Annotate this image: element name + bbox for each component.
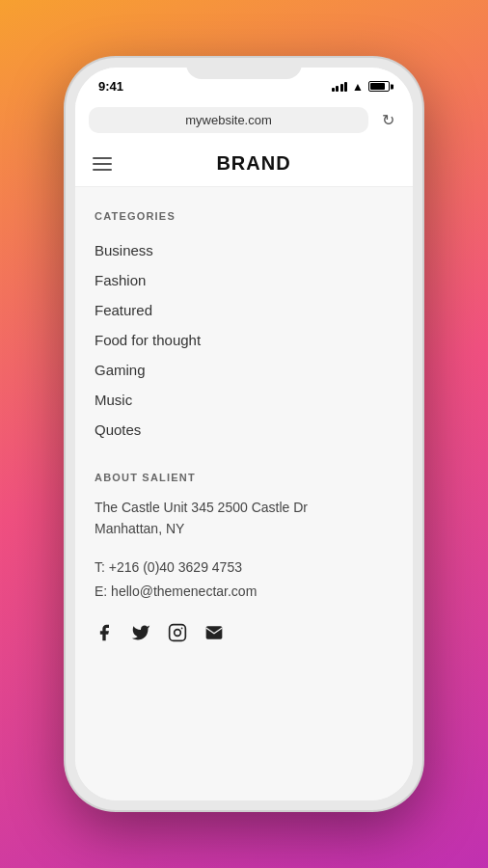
contact-block: T: +216 (0)40 3629 4753 E: hello@themene… bbox=[95, 556, 393, 604]
url-bar[interactable]: mywebsite.com bbox=[89, 107, 368, 133]
address-line1: The Castle Unit 345 2500 Castle Dr bbox=[95, 497, 393, 518]
category-item-featured[interactable]: Featured bbox=[95, 295, 393, 325]
notch bbox=[186, 58, 302, 79]
address-block: The Castle Unit 345 2500 Castle Dr Manha… bbox=[95, 497, 393, 540]
status-icons: ▲ bbox=[332, 80, 390, 94]
category-item-business[interactable]: Business bbox=[95, 235, 393, 265]
signal-bars-icon bbox=[332, 82, 348, 92]
category-item-music[interactable]: Music bbox=[95, 385, 393, 415]
category-item-quotes[interactable]: Quotes bbox=[95, 415, 393, 445]
phone-frame: 9:41 ▲ mywebsite.com ↻ BRAND bbox=[66, 58, 422, 810]
nav-bar: BRAND bbox=[75, 141, 413, 187]
battery-icon bbox=[368, 81, 390, 92]
category-item-fashion[interactable]: Fashion bbox=[95, 265, 393, 295]
phone-screen: 9:41 ▲ mywebsite.com ↻ BRAND bbox=[75, 68, 413, 800]
mail-icon[interactable] bbox=[204, 623, 224, 647]
svg-point-2 bbox=[181, 628, 183, 630]
svg-rect-0 bbox=[170, 625, 186, 641]
facebook-icon[interactable] bbox=[95, 623, 114, 647]
page-content: CATEGORIES Business Fashion Featured Foo… bbox=[75, 187, 413, 800]
browser-bar: mywebsite.com ↻ bbox=[75, 99, 413, 141]
about-section-title: ABOUT SALIENT bbox=[95, 472, 393, 483]
brand-logo: BRAND bbox=[112, 152, 395, 175]
categories-section-title: CATEGORIES bbox=[95, 210, 393, 222]
categories-section: CATEGORIES Business Fashion Featured Foo… bbox=[95, 210, 393, 445]
phone-number: T: +216 (0)40 3629 4753 bbox=[95, 556, 393, 580]
instagram-icon[interactable] bbox=[168, 623, 187, 647]
address-line2: Manhattan, NY bbox=[95, 518, 393, 539]
refresh-button[interactable]: ↻ bbox=[376, 109, 399, 132]
category-item-food[interactable]: Food for thought bbox=[95, 325, 393, 355]
about-section: ABOUT SALIENT The Castle Unit 345 2500 C… bbox=[95, 472, 393, 647]
twitter-icon[interactable] bbox=[131, 623, 150, 647]
hamburger-menu-button[interactable] bbox=[93, 157, 112, 171]
svg-point-1 bbox=[175, 630, 181, 637]
wifi-icon: ▲ bbox=[352, 80, 364, 94]
social-icons-bar bbox=[95, 623, 393, 647]
category-item-gaming[interactable]: Gaming bbox=[95, 355, 393, 385]
email-address: E: hello@themenectar.com bbox=[95, 580, 393, 604]
status-time: 9:41 bbox=[98, 79, 123, 94]
